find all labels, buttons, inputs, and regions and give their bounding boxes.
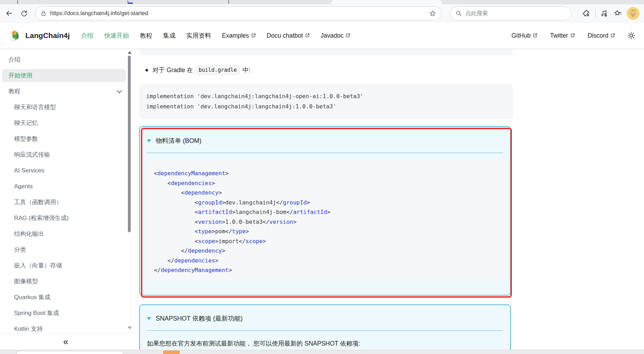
- sidebar-scrollbar-up-arrow[interactable]: [128, 51, 131, 54]
- xml-token: 1.0.0-beta3: [225, 219, 262, 225]
- xml-code-line: <artifactId>langchain4j-bom</artifactId>: [154, 207, 507, 217]
- nav-item-twitter[interactable]: Twitter: [550, 32, 575, 39]
- nav-item-examples[interactable]: Examples: [222, 32, 256, 39]
- active-tab[interactable]: [331, 0, 442, 4]
- xml-token: </: [181, 247, 188, 254]
- bom-details-box: 物料清单 (BOM) <dependencyManagement> <depen…: [139, 126, 511, 296]
- tab-accent: [128, 2, 133, 4]
- nav-item-介绍[interactable]: 介绍: [81, 31, 93, 40]
- nav-item-label: Examples: [222, 32, 249, 39]
- xml-code-line: </dependencyManagement>: [154, 265, 507, 275]
- xml-tag-name: artifactId: [198, 209, 232, 215]
- xml-token: >: [327, 209, 330, 215]
- extensions-puzzle-icon: [582, 10, 590, 18]
- sidebar-item-图像模型[interactable]: 图像模型: [0, 273, 131, 289]
- media-controls-button[interactable]: [597, 6, 611, 20]
- nav-item-github[interactable]: GitHub: [512, 32, 537, 39]
- url-text[interactable]: https://docs.langchain4j.info/get-starte…: [50, 10, 429, 17]
- nav-item-discord[interactable]: Discord: [588, 32, 615, 39]
- nav-item-javadoc[interactable]: Javadoc: [321, 32, 350, 39]
- theme-toggle-button[interactable]: [627, 31, 636, 40]
- sidebar-item-label: 图像模型: [14, 277, 38, 285]
- xml-token: </: [225, 228, 232, 235]
- sidebar-item-响应流式传输[interactable]: 响应流式传输: [0, 147, 131, 163]
- favorites-button[interactable]: [611, 6, 625, 20]
- sidebar-menu: 介绍开始使用教程聊天和语言模型聊天记忆模型参数响应流式传输AI Services…: [0, 49, 131, 337]
- gradle-implementation-code-block[interactable]: implementation 'dev.langchain4j:langchai…: [139, 84, 513, 119]
- xml-token: [154, 199, 195, 206]
- xml-token: </: [239, 238, 246, 245]
- sidebar-item-嵌入-向量-存储[interactable]: 嵌入（向量）存储: [0, 258, 131, 273]
- bom-divider: [147, 153, 503, 153]
- xml-code-line: <scope>import</scope>: [154, 236, 507, 246]
- sidebar-item-label: 嵌入（向量）存储: [14, 261, 62, 270]
- nav-item-label: 实用资料: [186, 31, 211, 40]
- nav-item-快速开始[interactable]: 快速开始: [104, 31, 129, 40]
- xml-token: >: [222, 199, 225, 206]
- nav-item-集成[interactable]: 集成: [163, 31, 175, 40]
- xml-token: [154, 180, 168, 187]
- sidebar-item-label: 聊天记忆: [14, 119, 38, 127]
- sidebar-item-介绍[interactable]: 介绍: [0, 52, 131, 68]
- xml-tag-name: dependencies: [174, 257, 215, 264]
- browser-tab-strip: [0, 0, 644, 4]
- sidebar-collapse-button[interactable]: «: [0, 333, 131, 350]
- xml-token: >: [215, 257, 218, 264]
- search-box[interactable]: 点此搜索: [450, 6, 571, 20]
- xml-token: </: [154, 267, 161, 273]
- xml-code-line: <type>pom</type>: [154, 227, 507, 236]
- sidebar-item-开始使用[interactable]: 开始使用: [0, 68, 131, 83]
- profile-avatar[interactable]: [627, 7, 639, 20]
- sidebar-item-quarkus-集成[interactable]: Quarkus 集成: [0, 289, 131, 305]
- search-icon: [456, 10, 462, 17]
- sidebar-item-模型参数[interactable]: 模型参数: [0, 131, 131, 147]
- external-link-icon: [346, 33, 350, 38]
- nav-item-label: 教程: [140, 31, 152, 40]
- tab-separator: [17, 0, 18, 4]
- bookmark-star-icon[interactable]: [429, 10, 436, 17]
- snapshot-summary[interactable]: SNAPSHOT 依赖项 (最新功能): [147, 314, 503, 323]
- sidebar-scrollbar-thumb[interactable]: [128, 56, 131, 232]
- xml-token: <: [195, 199, 198, 206]
- refresh-button[interactable]: [17, 6, 31, 20]
- site-header: LangChain4j 介绍快速开始教程集成实用资料ExamplesDocu c…: [0, 23, 644, 49]
- xml-token: dev.langchain4j: [225, 199, 276, 206]
- xml-tag-name: groupId: [283, 199, 306, 206]
- sidebar-scrollbar-down-arrow[interactable]: [128, 327, 131, 329]
- snapshot-divider: [147, 330, 503, 331]
- sidebar-item-教程[interactable]: 教程: [0, 83, 131, 99]
- xml-token: pom: [215, 228, 225, 235]
- brand-title[interactable]: LangChain4j: [25, 31, 70, 40]
- langchain4j-logo[interactable]: [8, 29, 21, 42]
- favorites-star-icon: [614, 9, 622, 18]
- sidebar-item-工具-函数调用-[interactable]: 工具（函数调用）: [0, 194, 131, 210]
- xml-token: [154, 209, 195, 215]
- back-button[interactable]: [2, 6, 16, 20]
- nav-item-docu-chatbot[interactable]: Docu chatbot: [267, 32, 310, 39]
- address-bar[interactable]: https://docs.langchain4j.info/get-starte…: [35, 6, 441, 20]
- sidebar-item-聊天和语言模型[interactable]: 聊天和语言模型: [0, 99, 131, 115]
- sidebar-item-label: Kotlin 支持: [14, 325, 43, 333]
- sidebar-item-ai-services[interactable]: AI Services: [0, 163, 131, 178]
- sidebar-item-分类[interactable]: 分类: [0, 242, 131, 258]
- xml-tag-name: scope: [246, 238, 262, 245]
- nav-item-教程[interactable]: 教程: [140, 31, 152, 40]
- xml-tag-name: artifactId: [293, 209, 327, 215]
- sidebar-item-结构化输出[interactable]: 结构化输出: [0, 226, 131, 242]
- chevron-down-icon[interactable]: [117, 88, 122, 94]
- nav-item-实用资料[interactable]: 实用资料: [186, 31, 211, 40]
- avatar-face: [627, 7, 639, 19]
- gradle-bullet-line: 对于 Gradle 在 build.gradle 中:: [139, 64, 644, 76]
- bom-summary[interactable]: 物料清单 (BOM): [147, 137, 503, 145]
- sidebar-item-聊天记忆[interactable]: 聊天记忆: [0, 115, 131, 131]
- sidebar-item-rag-检索增强生成-[interactable]: RAG (检索增强生成): [0, 210, 131, 226]
- sidebar-item-agents[interactable]: Agents: [0, 178, 131, 194]
- xml-tag-name: dependency: [185, 189, 218, 196]
- sidebar-item-spring-boot-集成[interactable]: Spring Boot 集成: [0, 305, 131, 321]
- extensions-button[interactable]: [579, 6, 593, 20]
- external-link-icon: [570, 33, 575, 38]
- nav-item-label: Discord: [588, 32, 608, 39]
- xml-token: <: [195, 238, 198, 245]
- xml-token: >: [229, 267, 232, 273]
- bom-xml-code-block[interactable]: <dependencyManagement> <dependencies> <d…: [147, 160, 507, 280]
